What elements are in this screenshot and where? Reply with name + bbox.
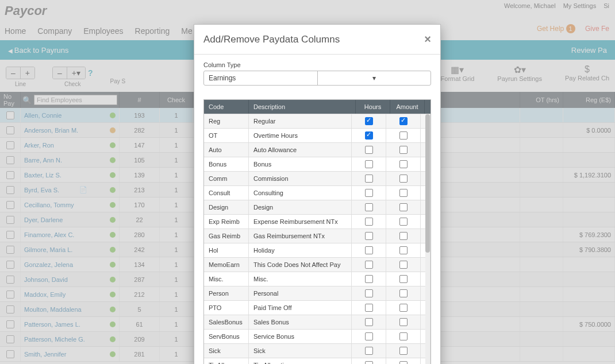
code-value: Sick [204, 344, 249, 358]
code-description: Sales Bonus [249, 315, 352, 329]
hours-checkbox[interactable] [352, 129, 386, 142]
code-row: Consult Consulting [204, 185, 430, 200]
code-description: Service Bonus [249, 330, 352, 343]
code-description: Misc. [249, 272, 352, 286]
code-value: ServBonus [204, 330, 249, 343]
code-value: Gas Reimb [204, 229, 249, 243]
code-value: Exp Reimb [204, 215, 249, 229]
code-row: TipAlloc Tip Allocation [204, 358, 430, 364]
amount-checkbox[interactable] [386, 129, 421, 142]
amount-checkbox[interactable] [386, 258, 421, 272]
scrollbar[interactable] [425, 114, 430, 364]
code-description: Paid Time Off [249, 301, 352, 315]
close-icon[interactable]: × [424, 33, 431, 46]
amount-checkbox[interactable] [386, 330, 421, 343]
code-value: SalesBonus [204, 315, 249, 329]
amount-checkbox[interactable] [386, 200, 421, 214]
hours-checkbox[interactable] [352, 143, 386, 157]
header-scroll-spacer [425, 100, 430, 114]
code-row: Auto Auto Allowance [204, 142, 430, 157]
hours-checkbox[interactable] [352, 114, 386, 128]
hours-checkbox[interactable] [352, 172, 386, 185]
amount-checkbox[interactable] [386, 344, 421, 358]
hours-checkbox[interactable] [352, 243, 386, 257]
code-value: OT [204, 129, 249, 142]
hours-checkbox[interactable] [352, 358, 386, 364]
header-code: Code [204, 100, 249, 114]
code-row: Person Personal [204, 286, 430, 300]
hours-checkbox[interactable] [352, 258, 386, 272]
header-amount: Amount [390, 100, 425, 114]
code-description: Auto Allowance [249, 143, 352, 157]
code-description: Tip Allocation [249, 358, 352, 364]
amount-checkbox[interactable] [386, 358, 421, 364]
code-description: Commission [249, 172, 352, 185]
code-value: TipAlloc [204, 358, 249, 364]
code-value: Hol [204, 243, 249, 257]
amount-checkbox[interactable] [386, 186, 421, 200]
hours-checkbox[interactable] [352, 272, 386, 286]
amount-checkbox[interactable] [386, 272, 421, 286]
code-row: ServBonus Service Bonus [204, 329, 430, 343]
modal-body: Column Type Earnings ▾ [194, 55, 440, 92]
code-table-header: Code Description Hours Amount [204, 100, 430, 114]
code-value: PTO [204, 301, 249, 315]
scroll-thumb[interactable] [425, 114, 430, 253]
modal-title: Add/Remove Paydata Columns [203, 34, 340, 45]
code-row: Gas Reimb Gas Reimbursement NTx [204, 229, 430, 243]
column-type-label: Column Type [203, 61, 431, 68]
amount-checkbox[interactable] [386, 286, 421, 300]
amount-checkbox[interactable] [386, 143, 421, 157]
code-row: Design Design [204, 200, 430, 214]
code-value: Bonus [204, 157, 249, 171]
amount-checkbox[interactable] [386, 229, 421, 243]
hours-checkbox[interactable] [352, 215, 386, 229]
amount-checkbox[interactable] [386, 114, 421, 128]
code-description: Personal [249, 286, 352, 300]
hours-checkbox[interactable] [352, 330, 386, 343]
code-description: Expense Reimbursement NTx [249, 215, 352, 229]
code-row: Bonus Bonus [204, 157, 430, 171]
code-description: Holiday [249, 243, 352, 257]
code-value: MemoEarn [204, 258, 249, 272]
amount-checkbox[interactable] [386, 157, 421, 171]
code-row: Sick Sick [204, 343, 430, 358]
code-row: Misc. Misc. [204, 272, 430, 286]
code-value: Reg [204, 114, 249, 128]
code-description: Sick [249, 344, 352, 358]
code-description: Overtime Hours [249, 129, 352, 142]
code-value: Comm [204, 172, 249, 185]
hours-checkbox[interactable] [352, 186, 386, 200]
code-value: Design [204, 200, 249, 214]
code-table: Code Description Hours Amount Reg Regula… [203, 99, 431, 364]
code-description: This Code Does Not Affect Pay [249, 258, 352, 272]
code-row: MemoEarn This Code Does Not Affect Pay [204, 257, 430, 272]
amount-checkbox[interactable] [386, 301, 421, 315]
code-description: Consulting [249, 186, 352, 200]
code-description: Design [249, 200, 352, 214]
amount-checkbox[interactable] [386, 172, 421, 185]
hours-checkbox[interactable] [352, 157, 386, 171]
header-hours: Hours [356, 100, 390, 114]
code-value: Consult [204, 186, 249, 200]
hours-checkbox[interactable] [352, 301, 386, 315]
modal-header: Add/Remove Paydata Columns × [194, 25, 440, 55]
hours-checkbox[interactable] [352, 315, 386, 329]
hours-checkbox[interactable] [352, 200, 386, 214]
hours-checkbox[interactable] [352, 344, 386, 358]
code-row: PTO Paid Time Off [204, 300, 430, 315]
code-row: Comm Commission [204, 171, 430, 185]
code-value: Person [204, 286, 249, 300]
code-value: Auto [204, 143, 249, 157]
add-remove-columns-modal: Add/Remove Paydata Columns × Column Type… [194, 24, 441, 364]
code-description: Gas Reimbursement NTx [249, 229, 352, 243]
code-row: SalesBonus Sales Bonus [204, 315, 430, 329]
column-type-dropdown[interactable]: Earnings ▾ [203, 71, 431, 86]
amount-checkbox[interactable] [386, 243, 421, 257]
chevron-down-icon: ▾ [317, 71, 431, 85]
amount-checkbox[interactable] [386, 215, 421, 229]
hours-checkbox[interactable] [352, 286, 386, 300]
amount-checkbox[interactable] [386, 315, 421, 329]
hours-checkbox[interactable] [352, 229, 386, 243]
code-value: Misc. [204, 272, 249, 286]
